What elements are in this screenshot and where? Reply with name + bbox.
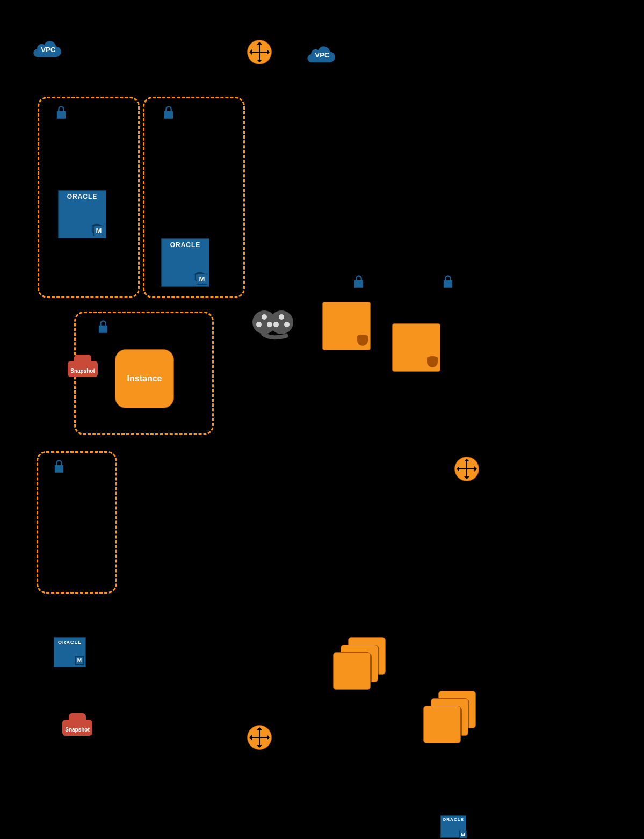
ec2-instance-icon: Instance [115,349,174,408]
private-subnet-box-4 [37,451,117,594]
oracle-db-icon-small: ORACLE M [54,637,86,667]
vpc-cloud-left-label: VPC [41,46,56,54]
elb-icon-right [454,457,479,481]
vpc-cloud-left: VPC [32,39,64,59]
svg-point-5 [256,322,262,327]
vpc-cloud-right-label: VPC [315,51,330,59]
oracle-db-icon-tiny: ORACLE M [440,815,466,838]
oracle-m-badge: M [459,831,467,838]
rds-instance-icon [392,323,440,372]
snapshot-icon: Snapshot [68,353,98,377]
svg-point-7 [279,314,284,320]
oracle-label: ORACLE [54,638,85,645]
svg-point-9 [284,322,290,327]
oracle-m-badge: M [75,656,84,665]
svg-point-4 [262,314,267,320]
instance-label: Instance [127,374,162,384]
lock-icon [52,459,67,474]
oracle-db-icon: ORACLE M [161,238,209,287]
oracle-m-badge: M [93,226,104,236]
lock-icon [54,105,69,120]
oracle-label: ORACLE [162,239,209,249]
lock-icon [440,274,455,289]
ec2-stack-icon [333,637,387,691]
lock-icon [351,274,366,289]
film-reel-icon [249,309,303,342]
oracle-m-badge: M [197,274,207,285]
svg-point-6 [267,322,272,327]
snapshot-label: Snapshot [62,727,92,733]
oracle-label: ORACLE [59,191,106,200]
svg-point-3 [270,310,293,334]
vpc-cloud-right: VPC [306,44,338,64]
ec2-stack-icon [423,691,477,744]
oracle-label: ORACLE [441,816,466,822]
rds-instance-icon [322,302,371,350]
elb-icon-mid [247,725,272,750]
svg-point-8 [273,322,279,327]
lock-icon [161,105,176,120]
elb-icon-top [247,40,272,64]
snapshot-label: Snapshot [68,368,98,374]
lock-icon [96,319,111,334]
snapshot-icon: Snapshot [62,712,92,736]
oracle-db-icon: ORACLE M [58,190,106,238]
